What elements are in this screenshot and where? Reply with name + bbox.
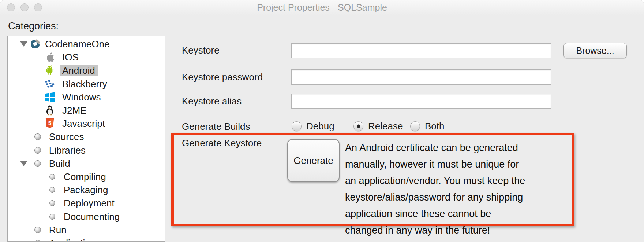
radio-debug-circle-icon[interactable] — [292, 121, 302, 131]
tree-item-label: Compiling — [64, 171, 106, 183]
tree-item-build[interactable]: Build — [8, 157, 165, 170]
keystore-password-label: Keystore password — [182, 70, 263, 84]
android-icon — [44, 65, 55, 76]
tree-item-label: Run — [49, 224, 67, 236]
tree-item-label: Android — [60, 65, 98, 76]
svg-text:5: 5 — [48, 120, 52, 126]
info-line: application since these cannot be — [345, 206, 525, 222]
generate-keystore-info: An Android certificate can be generated … — [345, 140, 525, 239]
tree-item-documenting[interactable]: Documenting — [8, 210, 165, 223]
keystore-input[interactable] — [291, 43, 551, 58]
radio-release[interactable]: Release — [353, 121, 403, 132]
tree-item-label: IOS — [62, 51, 79, 63]
sphere-icon — [34, 240, 41, 242]
tree-item-blackberry[interactable]: Blackberry — [8, 77, 165, 91]
tree-item-run[interactable]: Run — [8, 223, 165, 236]
keystore-label: Keystore — [182, 44, 220, 57]
info-line: manually, however it must be unique for — [345, 156, 525, 173]
tree-item-label: Windows — [62, 91, 101, 103]
generate-button[interactable]: Generate — [287, 139, 340, 182]
window-title: Project Properties - SQLSample — [0, 0, 644, 15]
tree-item-codenameone[interactable]: CodenameOne — [8, 37, 165, 51]
disclosure-triangle-icon[interactable] — [20, 41, 27, 47]
radio-both[interactable]: Both — [410, 121, 445, 132]
info-line: changed in any way in the future! — [345, 222, 525, 239]
sphere-icon — [49, 200, 55, 206]
html5-icon: 5 — [44, 118, 55, 129]
radio-release-label: Release — [368, 121, 403, 132]
tree-item-j2me[interactable]: J2ME — [8, 104, 165, 117]
sphere-icon — [34, 133, 41, 140]
sphere-icon — [49, 187, 55, 193]
tree-item-packaging[interactable]: Packaging — [8, 183, 165, 197]
tree-item-android[interactable]: Android — [8, 64, 165, 77]
tree-item-label: Javascript — [62, 118, 105, 129]
j2me-icon — [44, 105, 55, 116]
radio-both-label: Both — [425, 121, 445, 132]
sphere-icon — [49, 214, 55, 220]
info-line: keystore/alias/password for any shipping — [345, 189, 525, 206]
tree-item-label: Application — [49, 237, 96, 242]
tree-item-sources[interactable]: Sources — [8, 130, 165, 143]
tree-item-deployment[interactable]: Deployment — [8, 197, 165, 210]
tree-item-ios[interactable]: IOS — [8, 51, 165, 64]
tree-item-label: Sources — [49, 131, 84, 143]
windows-icon — [44, 92, 55, 103]
radio-both-circle-icon[interactable] — [410, 121, 420, 131]
categories-tree: CodenameOneIOSAndroidBlackberryWindowsJ2… — [7, 36, 165, 242]
codenameone-icon — [30, 38, 41, 50]
tree-item-label: Deployment — [64, 197, 115, 209]
disclosure-triangle-icon[interactable] — [20, 161, 27, 166]
generate-keystore-label: Generate Keystore — [182, 136, 262, 150]
keystore-password-input[interactable] — [291, 69, 551, 85]
tree-item-compiling[interactable]: Compiling — [8, 170, 165, 183]
disclosure-triangle-icon[interactable] — [20, 241, 27, 242]
tree-item-application[interactable]: Application — [8, 236, 165, 242]
sphere-icon — [34, 160, 41, 167]
blackberry-icon — [44, 78, 55, 89]
tree-item-libraries[interactable]: Libraries — [8, 144, 165, 157]
titlebar: Project Properties - SQLSample — [0, 0, 644, 15]
tree-item-javascript[interactable]: 5Javascript — [8, 117, 165, 130]
radio-debug[interactable]: Debug — [292, 121, 334, 132]
tree-item-label: J2ME — [62, 104, 86, 116]
keystore-alias-label: Keystore alias — [182, 95, 242, 108]
categories-label: Categories: — [8, 21, 59, 32]
tree-item-label: Build — [49, 158, 70, 169]
tree-item-label: Documenting — [64, 211, 120, 223]
keystore-alias-input[interactable] — [291, 94, 551, 109]
browse-button[interactable]: Browse... — [564, 43, 627, 58]
tree-item-label: Blackberry — [62, 78, 107, 90]
sphere-icon — [34, 227, 41, 233]
tree-item-label: Packaging — [64, 184, 108, 196]
tree-item-label: Libraries — [49, 144, 86, 156]
info-line: an application/vendor. You must keep the — [345, 173, 525, 189]
sphere-icon — [34, 147, 41, 154]
tree-item-label: CodenameOne — [45, 38, 109, 50]
radio-debug-label: Debug — [306, 121, 334, 132]
project-properties-dialog: Project Properties - SQLSample Categorie… — [0, 0, 644, 242]
sphere-icon — [49, 174, 55, 180]
generate-builds-label: Generate Builds — [182, 120, 250, 133]
radio-release-circle-icon[interactable] — [353, 121, 363, 131]
info-line: An Android certificate can be generated — [345, 140, 525, 156]
tree-item-windows[interactable]: Windows — [8, 91, 165, 104]
apple-icon — [44, 52, 55, 63]
